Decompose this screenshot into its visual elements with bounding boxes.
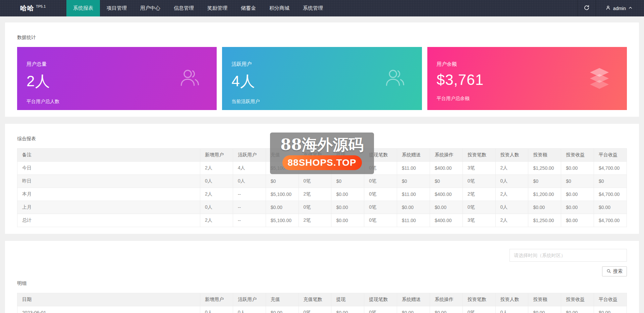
table-cell: $0.00: [266, 306, 299, 313]
section-title-detail: 明细: [17, 280, 627, 286]
table-cell: 0笔: [463, 201, 495, 214]
column-header: 投资笔数: [463, 293, 495, 306]
table-cell: 0笔: [364, 201, 397, 214]
table-cell: $5,100.00: [266, 188, 299, 201]
table-cell: $11.00: [397, 214, 430, 227]
table-cell: $5,100.00: [266, 214, 299, 227]
table-cell: 0人: [200, 175, 233, 188]
column-header: 提现: [331, 149, 364, 162]
column-header: 新增用户: [200, 293, 233, 306]
table-cell: $0.00: [430, 201, 463, 214]
table-cell: 2人: [495, 188, 528, 201]
table-cell: $0.00: [561, 162, 594, 175]
nav-item-1[interactable]: 系统报表: [66, 0, 100, 16]
summary-table-header-row: 备注新增用户活跃用户充值充值笔数提现提现笔数系统赠送系统操作投资笔数投资人数投资…: [17, 149, 627, 162]
stat-card-total-users: 用户总量 2人 平台用户总人数: [17, 47, 217, 110]
table-cell: 2笔: [299, 162, 331, 175]
table-cell: $0: [561, 175, 594, 188]
table-cell: $0.00: [397, 201, 430, 214]
table-cell: $0.00: [594, 306, 627, 313]
table-cell: 2笔: [299, 214, 331, 227]
column-header: 充值: [266, 293, 299, 306]
table-cell: 本月: [17, 188, 200, 201]
detail-panel: 搜索 明细 日期新增用户活跃用户充值充值笔数提现提现笔数系统赠送系统操作投资笔数…: [5, 241, 639, 313]
search-button-row: 搜索: [17, 266, 627, 276]
main-menu: 系统报表项目管理用户中心信息管理奖励管理储蓄金积分商城系统管理: [66, 0, 330, 16]
table-cell: $4,700.00: [594, 162, 627, 175]
refresh-button[interactable]: [577, 0, 596, 16]
app-logo-version: TP5.1: [36, 4, 46, 8]
app-logo-text: 哈哈: [20, 4, 34, 13]
column-header: 充值笔数: [299, 293, 331, 306]
table-cell: 0笔: [463, 175, 495, 188]
section-title-summary: 综合报表: [17, 136, 627, 142]
refresh-icon: [584, 5, 590, 12]
username-label: admin: [613, 6, 626, 11]
column-header: 系统赠送: [397, 149, 430, 162]
stat-card-user-balance: 用户余额 $3,761 平台用户总余额: [427, 47, 627, 110]
table-cell: 上月: [17, 201, 200, 214]
card-subtitle: 当前活跃用户: [231, 99, 412, 105]
table-cell: $0: [397, 175, 430, 188]
nav-item-4[interactable]: 信息管理: [167, 0, 201, 16]
nav-item-2[interactable]: 项目管理: [100, 0, 133, 16]
table-cell: $0.00: [331, 162, 364, 175]
nav-item-5[interactable]: 奖励管理: [201, 0, 234, 16]
user-menu[interactable]: admin: [596, 0, 644, 16]
column-header: 投资收益: [561, 293, 594, 306]
user-icon: [605, 5, 611, 11]
column-header: 平台收益: [594, 293, 627, 306]
search-button[interactable]: 搜索: [602, 266, 627, 276]
section-title-stats: 数据统计: [17, 35, 627, 41]
column-header: 充值: [266, 149, 299, 162]
chevron-up-icon: [628, 6, 633, 11]
detail-table: 日期新增用户活跃用户充值充值笔数提现提现笔数系统赠送系统操作投资笔数投资人数投资…: [17, 293, 627, 313]
nav-item-6[interactable]: 储蓄金: [234, 0, 263, 16]
nav-item-3[interactable]: 用户中心: [133, 0, 167, 16]
table-cell: 0人: [495, 201, 528, 214]
column-header: 投资额: [528, 149, 561, 162]
column-header: 系统赠送: [397, 293, 430, 306]
table-cell: 0笔: [364, 188, 397, 201]
stat-card-active-users: 活跃用户 4人 当前活跃用户: [222, 47, 422, 110]
table-cell: 0人: [233, 306, 266, 313]
table-cell: $0: [430, 175, 463, 188]
time-range-input[interactable]: [509, 249, 627, 262]
table-cell: 2人: [200, 214, 233, 227]
table-cell: $400.00: [430, 162, 463, 175]
column-header: 系统操作: [430, 293, 463, 306]
table-cell: $0.00: [430, 306, 463, 313]
table-row: 总计2人--$5,100.002笔$0.000笔$11.00$400.003笔2…: [17, 214, 627, 227]
table-cell: 0人: [495, 306, 528, 313]
table-cell: $0.00: [561, 201, 594, 214]
column-header: 投资额: [528, 293, 561, 306]
table-cell: $5,100.00: [266, 162, 299, 175]
users-icon: [178, 66, 201, 91]
table-cell: 2人: [200, 188, 233, 201]
column-header: 投资笔数: [463, 149, 495, 162]
table-cell: $1,250.00: [528, 162, 561, 175]
table-cell: $0.00: [331, 188, 364, 201]
layers-icon: [587, 66, 611, 91]
table-row: 昨日0人0人$00笔$00笔$0$00笔0人$0$0$0: [17, 175, 627, 188]
table-cell: $0: [266, 175, 299, 188]
table-cell: $0: [594, 175, 627, 188]
nav-item-7[interactable]: 积分商城: [263, 0, 296, 16]
app-logo[interactable]: 哈哈 TP5.1: [0, 0, 66, 16]
column-header: 活跃用户: [233, 149, 266, 162]
detail-table-header-row: 日期新增用户活跃用户充值充值笔数提现提现笔数系统赠送系统操作投资笔数投资人数投资…: [17, 293, 627, 306]
table-cell: 0笔: [299, 201, 331, 214]
table-cell: 0笔: [299, 175, 331, 188]
users-icon: [384, 66, 407, 91]
table-cell: 3笔: [463, 162, 495, 175]
table-cell: 2人: [495, 214, 528, 227]
table-cell: --: [233, 201, 266, 214]
table-cell: $0.00: [528, 306, 561, 313]
table-cell: $400.00: [430, 188, 463, 201]
table-cell: $4,700.00: [594, 188, 627, 201]
card-subtitle: 平台用户总余额: [437, 96, 618, 102]
table-cell: $0.00: [331, 201, 364, 214]
nav-item-8[interactable]: 系统管理: [296, 0, 330, 16]
column-header: 提现笔数: [364, 149, 397, 162]
summary-table: 备注新增用户活跃用户充值充值笔数提现提现笔数系统赠送系统操作投资笔数投资人数投资…: [17, 148, 627, 227]
